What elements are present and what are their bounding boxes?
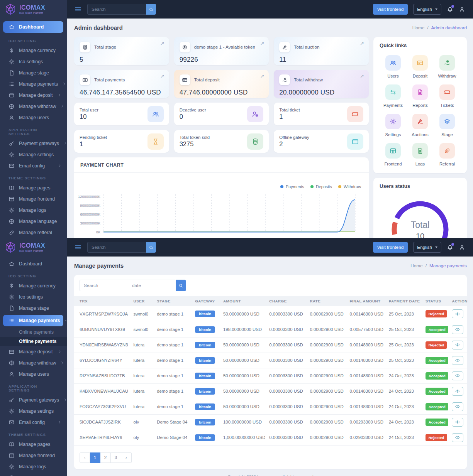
sidebar-item-manage-currency[interactable]: Manage currency [0,280,67,291]
sidebar-menu: DashboardICO SETTINGManage currencyIco s… [0,257,67,476]
sidebar-item-manage-deposit[interactable]: Manage deposit [0,346,67,357]
sidebar-item-manage-frontend[interactable]: Manage frontend [0,450,67,461]
pagination-page-3[interactable]: 3 [111,452,121,463]
quick-link-stage[interactable]: Stage [434,114,461,137]
quick-link-frontend[interactable]: Frontend [380,143,407,166]
sidebar-item-dashboard[interactable]: Dashboard [0,258,67,269]
search-input[interactable] [87,242,146,253]
menu-toggle-icon[interactable] [74,243,82,251]
quick-link-reports[interactable]: Reports [407,84,434,108]
sidebar-item-manage-pages[interactable]: Manage pages [0,182,67,193]
sidebar-item-payment-gateways[interactable]: Payment gateways [0,138,67,149]
quick-link-users[interactable]: Users [380,55,407,78]
summary-card-total-deposit[interactable]: ↗Total deposit47,746.00000000 USD [174,70,269,98]
visit-frontend-button[interactable]: Visit frontend [373,242,408,253]
legend-item-withdraw[interactable]: Withdraw [338,184,361,189]
profile-button[interactable] [459,244,465,251]
view-button[interactable] [452,325,463,334]
sidebar-item-manage-currency[interactable]: Manage currency [0,45,67,56]
sidebar-item-dashboard[interactable]: Dashboard [3,21,63,33]
quick-link-tickets[interactable]: Tickets [434,84,461,108]
table-date-input[interactable] [128,280,175,291]
legend-dot [280,185,283,188]
language-select[interactable]: English [413,4,441,15]
summary-card-total-stage[interactable]: ↗Total stage5 [74,37,169,65]
gateway-badge: bitcoin [195,357,215,364]
sidebar-subitem-offline-payments[interactable]: Offline payments [0,337,67,346]
legend-item-payments[interactable]: Payments [280,184,304,189]
sidebar-item-manage-frontend[interactable]: Manage frontend [0,193,67,204]
view-button[interactable] [452,402,463,411]
pagination-page-1[interactable]: 1 [90,452,100,463]
sidebar-item-manage-withdraw[interactable]: Manage withdraw [0,101,67,112]
sidebar-item-manage-users[interactable]: Manage users [0,112,67,123]
sidebar-item-manage-stage[interactable]: Manage stage [0,67,67,78]
quick-link-logs[interactable]: Logs [407,143,434,166]
menu-toggle-icon[interactable] [74,5,82,13]
cell-charge: 0.00003300 USD [265,337,306,353]
view-button[interactable] [452,387,463,396]
view-button[interactable] [452,309,463,318]
sidebar-item-manage-language[interactable]: Manage language [0,216,67,227]
breadcrumb-home[interactable]: Home [412,25,424,30]
stat-icon-box [347,133,363,150]
legend-item-deposits[interactable]: Deposits [310,184,332,189]
notifications-button[interactable] [447,6,453,13]
sidebar-item-ico-settings[interactable]: Ico settings [0,56,67,67]
pagination-next[interactable]: › [121,452,132,463]
sidebar-item-manage-logs[interactable]: Manage logs [0,204,67,216]
table-search-input[interactable] [80,280,128,291]
summary-card-total-withdraw[interactable]: ↗Total withdraw20.00000000 USD [274,70,369,98]
sidebar-item-manage-refferal[interactable]: Manage refferal [0,227,67,238]
table-search-button[interactable] [176,280,186,291]
quick-link-deposit[interactable]: Deposit [407,55,434,78]
profile-button[interactable] [459,6,465,13]
sidebar-item-manage-logs[interactable]: Manage logs [0,461,67,472]
view-button[interactable] [452,356,463,365]
view-button[interactable] [452,433,463,442]
brand-logo[interactable]: ICOMAXICO Token Platform [0,0,67,19]
sidebar-item-manage-deposit[interactable]: Manage deposit [0,89,67,101]
sidebar-item-payment-gateways[interactable]: Payment gateways [0,394,67,405]
summary-card-total-payments[interactable]: ↗Total payments46,746,147.35654500 USD [74,70,169,98]
search-button[interactable] [146,4,156,15]
cell-amount: 50.00000000 USD [219,337,265,353]
footer-copyright: Copyright 2023 icomax.com all rights res… [74,474,467,476]
view-button[interactable] [452,341,463,349]
quick-link-referral[interactable]: Referral [434,143,461,166]
quick-link-label: Users [387,74,399,78]
search-input[interactable] [87,4,146,15]
cell-trx: K4BXVONEWHAUJCAU [74,383,130,399]
quick-link-settings[interactable]: Settings [380,114,407,137]
pagination-page-2[interactable]: 2 [100,452,111,463]
sidebar-subitem-online-payments[interactable]: Online payments [0,327,67,337]
sidebar-item-manage-payments[interactable]: Manage payments [0,78,67,89]
sidebar-item-manage-pages[interactable]: Manage pages [0,439,67,450]
view-button[interactable] [452,371,463,380]
sidebar-item-email-config[interactable]: Email config [0,160,67,171]
quick-link-auctions[interactable]: Auctions [407,114,434,137]
quick-link-payments[interactable]: Payments [380,84,407,108]
sidebar-item-manage-stage[interactable]: Manage stage [0,302,67,314]
sidebar-item-manage-language[interactable]: Manage language [0,472,67,476]
notifications-button[interactable] [447,244,453,251]
sidebar-item-manage-payments[interactable]: Manage payments [3,315,63,326]
sidebar-item-ico-settings[interactable]: Ico settings [0,291,67,302]
sidebar-item-email-config[interactable]: Email config [0,417,67,428]
brand-logo[interactable]: ICOMAXICO Token Platform [0,238,67,257]
sidebar-item-manage-settings[interactable]: Manage settings [0,149,67,160]
summary-card-demo-stage-1-avaiable-token[interactable]: ↗demo stage 1 - Avaiable token99226 [174,37,269,65]
visit-frontend-button[interactable]: Visit frontend [373,4,408,15]
summary-card-total-auction[interactable]: ↗Total auction11 [274,37,369,65]
sidebar-item-manage-withdraw[interactable]: Manage withdraw [0,357,67,368]
search-button[interactable] [146,242,156,253]
sidebar-item-manage-settings[interactable]: Manage settings [0,405,67,417]
quick-link-withdraw[interactable]: Withdraw [434,55,461,78]
breadcrumb-separator: / [426,263,427,268]
view-button[interactable] [452,418,463,427]
card-head: Total payments [80,74,164,85]
pagination-prev[interactable]: ‹ [80,452,90,463]
language-select[interactable]: English [413,242,441,253]
breadcrumb-home[interactable]: Home [410,263,422,268]
sidebar-item-manage-users[interactable]: Manage users [0,368,67,380]
